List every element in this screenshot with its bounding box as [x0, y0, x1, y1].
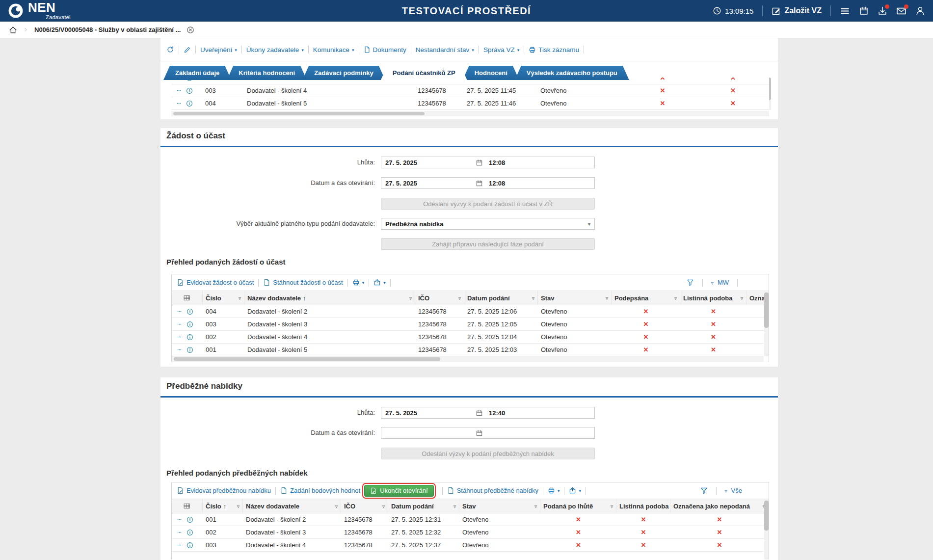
calendar-icon[interactable]	[476, 429, 483, 437]
column-header[interactable]: Název dodavatele ▿	[243, 499, 341, 513]
submission-type-select[interactable]: Předběžná nabídka ▾	[381, 218, 595, 230]
row-actions-icon[interactable]	[175, 101, 183, 106]
view-selector[interactable]: Vše	[731, 487, 742, 494]
stahnout-nabidky-button[interactable]: Stáhnout předběžné nabídky	[447, 487, 538, 494]
top-bar: NEN Zadavatel TESTOVACÍ PROSTŘEDÍ 13:09:…	[0, 0, 933, 22]
scrollbar-thumb[interactable]	[173, 112, 425, 115]
column-header[interactable]: IČO ▿	[341, 499, 388, 513]
select-all-header[interactable]	[172, 499, 203, 513]
column-header[interactable]: Datum podání ▿	[464, 291, 538, 305]
info-icon[interactable]	[187, 516, 193, 523]
info-icon[interactable]	[186, 87, 193, 94]
column-header[interactable]: Listinná podoba ▿	[616, 499, 670, 513]
scrollbar-thumb[interactable]	[174, 357, 440, 361]
divider	[411, 46, 411, 53]
info-icon[interactable]	[187, 347, 193, 353]
column-header[interactable]: Listinná podoba ▿	[680, 291, 746, 305]
row-actions-icon[interactable]	[176, 335, 183, 339]
edit-button[interactable]	[184, 46, 191, 53]
home-button[interactable]	[9, 26, 17, 34]
stahnout-zadosti-button[interactable]: Stáhnout žádosti o účast	[263, 279, 343, 286]
info-icon[interactable]	[187, 308, 193, 315]
column-header[interactable]: IČO ▿	[415, 291, 464, 305]
info-icon[interactable]	[187, 542, 193, 549]
opening-datetime-field[interactable]	[381, 427, 595, 439]
tab[interactable]: Základní údaje	[163, 66, 231, 80]
row-actions-icon[interactable]	[176, 322, 183, 326]
column-header[interactable]: Datum podání ▿	[388, 499, 459, 513]
scrollbar-thumb[interactable]	[764, 293, 769, 328]
deadline-datetime-field[interactable]: 27. 5. 2025 12:40	[381, 407, 595, 419]
horizontal-scrollbar[interactable]	[172, 356, 764, 362]
tab[interactable]: Zadávací podmínky	[302, 66, 385, 80]
column-header[interactable]: Stav ▿	[459, 499, 540, 513]
row-actions-icon[interactable]	[176, 530, 183, 534]
breadcrumb-item[interactable]: N006/25/V00005048 - Služby v oblasti zaj…	[34, 26, 181, 33]
cross-icon: ✕	[697, 78, 769, 81]
row-actions-icon[interactable]	[176, 517, 183, 522]
row-actions-icon[interactable]	[176, 543, 183, 547]
calendar-button[interactable]	[859, 6, 869, 16]
row-actions-icon[interactable]	[176, 347, 183, 352]
menu-komunikace[interactable]: Komunikace▾	[313, 46, 354, 53]
opening-datetime-field[interactable]: 27. 5. 2025 12:08	[381, 177, 595, 189]
send-invitation-button[interactable]: Odeslání výzvy k podání žádostí o účast …	[381, 198, 595, 210]
menu-tisk-zaznamu[interactable]: Tisk záznamu	[529, 46, 579, 53]
ukoncit-otevirani-button[interactable]: Ukončit otevírání	[364, 485, 434, 497]
evidovat-zadost-button[interactable]: Evidovat žádost o účast	[177, 279, 254, 286]
info-icon[interactable]	[187, 321, 193, 328]
print-table-button[interactable]: ▾	[548, 487, 560, 494]
info-icon[interactable]	[187, 334, 193, 341]
filter-button[interactable]	[700, 487, 708, 494]
info-icon[interactable]	[187, 529, 193, 536]
evidovat-nabidku-button[interactable]: Evidovat předběžnou nabídku	[177, 487, 271, 494]
horizontal-scrollbar[interactable]	[171, 111, 769, 116]
section-title: Předběžné nabídky	[166, 381, 242, 391]
export-table-button[interactable]: ▾	[569, 487, 581, 494]
menu-button[interactable]	[840, 6, 850, 16]
row-actions-icon[interactable]	[175, 88, 183, 93]
downloads-button[interactable]	[878, 6, 887, 16]
deadline-datetime-field[interactable]: 27. 5. 2025 12:08	[381, 157, 595, 168]
calendar-icon[interactable]	[476, 159, 483, 166]
column-header[interactable]: Podepsána ▿	[612, 291, 680, 305]
calendar-icon[interactable]	[476, 180, 483, 187]
export-table-button[interactable]: ▾	[373, 279, 386, 286]
cell-ico: 12345678	[341, 529, 388, 536]
vertical-scrollbar[interactable]	[764, 292, 769, 356]
menu-sprava-vz[interactable]: Správa VZ▾	[483, 46, 519, 53]
column-header[interactable]: Podaná po lhůtě ▿	[540, 499, 616, 513]
tab[interactable]: Podání účastníků ZP	[381, 66, 467, 80]
menu-nestandardni-stav[interactable]: Nestandardní stav▾	[416, 46, 474, 53]
column-header[interactable]: Stav ▿	[538, 291, 612, 305]
calendar-icon[interactable]	[476, 409, 483, 417]
menu-dokumenty[interactable]: Dokumenty	[364, 46, 406, 53]
back-button[interactable]	[166, 46, 174, 53]
table-toolbar: Evidovat žádost o účast Stáhnout žádosti…	[172, 274, 769, 291]
zadani-bodovych-hodnot-button[interactable]: Zadání bodových hodnot	[280, 487, 360, 494]
start-next-phase-button[interactable]: Zahájit přípravu následující fáze podání	[381, 238, 595, 250]
tab[interactable]: Hodnocení	[463, 66, 519, 80]
profile-button[interactable]	[915, 6, 925, 16]
close-record-button[interactable]	[187, 26, 194, 34]
info-icon[interactable]	[186, 100, 193, 107]
column-header[interactable]: Číslo ▿	[203, 291, 244, 305]
column-header[interactable]: Číslo ↑ ▿	[203, 499, 243, 513]
nen-brand[interactable]: NEN Zadavatel	[8, 1, 71, 21]
scrollbar-thumb[interactable]	[764, 501, 769, 531]
select-all-header[interactable]	[172, 291, 203, 305]
view-selector[interactable]: MW	[718, 279, 729, 286]
menu-uverejneni[interactable]: Uveřejnění▾	[200, 46, 237, 53]
tab[interactable]: Výsledek zadávacího postupu	[515, 66, 629, 80]
column-header[interactable]: Název dodavatele ↑ ▿	[244, 291, 415, 305]
tab[interactable]: Kritéria hodnocení	[227, 66, 307, 80]
row-actions-icon[interactable]	[176, 309, 183, 314]
print-table-button[interactable]: ▾	[352, 279, 365, 286]
filter-button[interactable]	[687, 279, 694, 286]
messages-button[interactable]	[896, 6, 906, 16]
vertical-scrollbar[interactable]	[764, 500, 769, 560]
send-invitation-button[interactable]: Odeslání výzvy k podání předběžných nabí…	[381, 448, 595, 459]
column-header[interactable]: Označena jako nepodaná ▿	[670, 499, 769, 513]
create-vz-button[interactable]: Založit VZ	[772, 6, 822, 16]
menu-ukony-zadavatele[interactable]: Úkony zadavatele▾	[246, 46, 304, 53]
